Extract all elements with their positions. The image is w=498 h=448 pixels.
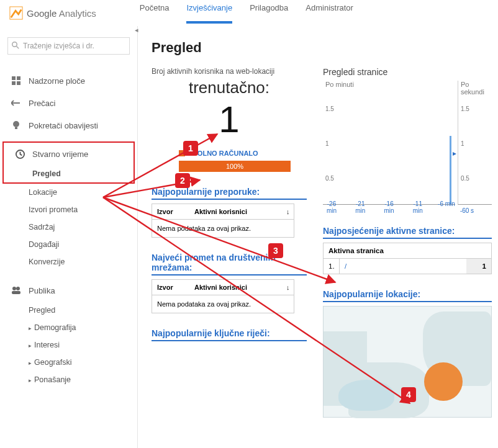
sidebar-item-audience[interactable]: Publika [0, 279, 137, 302]
bulb-icon [11, 120, 21, 130]
people-icon [11, 285, 21, 295]
sidebar-sub-events[interactable]: Događaji [29, 236, 137, 253]
active-now-value: 1 [152, 101, 307, 138]
logo: Google Analytics [9, 6, 96, 20]
panel-referrals-title: Najpopularnije preporuke: [152, 187, 307, 200]
top-nav: Početna Izvješćivanje Prilagodba Adminis… [140, 3, 353, 24]
pageviews-title: Pregledi stranice [323, 67, 492, 77]
ytick: 1 [325, 140, 329, 147]
sidebar-sub-content[interactable]: Sadržaj [29, 218, 137, 236]
col-source[interactable]: Izvor [152, 204, 189, 219]
sidebar-sub-interests[interactable]: Interesi [29, 336, 137, 354]
nav-customize[interactable]: Prilagodba [250, 3, 288, 24]
x-labels: -26 min -21 min -16 min -11 min -6 min [323, 200, 455, 214]
sidebar-item-dashboards[interactable]: Nadzorne ploče [0, 69, 137, 92]
row-path[interactable]: / [340, 259, 466, 274]
active-now-word: trenutačno: [152, 78, 307, 97]
svg-rect-5 [12, 81, 16, 85]
sidebar-sub-aud-overview[interactable]: Pregled [29, 302, 137, 319]
sidebar-sub-locations[interactable]: Lokacije [29, 184, 137, 201]
col-right: Pregledi stranice Po minuti 1.5 1 0.5 ▸ … [323, 67, 492, 418]
sidebar-sub-conversions[interactable]: Konverzije [29, 253, 137, 271]
col-users[interactable]: Aktivni korisnici [189, 204, 281, 219]
sidebar-item-realtime[interactable]: Stvarno vrijeme [4, 143, 134, 165]
svg-line-2 [17, 46, 19, 48]
ytick: 1 [461, 140, 464, 147]
shortcut-icon [11, 98, 21, 108]
chart-min-caption: Po minuti [325, 81, 354, 88]
col-left: Broj aktivnih korisnika na web-lokaciji … [152, 67, 307, 418]
svg-point-1 [12, 42, 17, 47]
ytick: 1.5 [325, 105, 334, 112]
chart-per-minute[interactable]: Po minuti 1.5 1 0.5 ▸ -26 min -21 min -1… [323, 81, 455, 205]
sort-desc-icon[interactable]: ↓ [281, 204, 294, 219]
device-percent-bar: 100% [179, 161, 291, 172]
annotation-badge-2: 2 [175, 173, 190, 188]
sidebar: ◂ Traženje izvješća i dr. Nadzorne ploče… [0, 26, 138, 448]
active-users-caption: Broj aktivnih korisnika na web-lokaciji [152, 67, 307, 76]
col-source[interactable]: Izvor [152, 280, 189, 295]
annotation-badge-3: 3 [268, 243, 283, 258]
x-labels: -60 s [458, 207, 492, 214]
sidebar-item-label: Publika [29, 286, 55, 295]
sidebar-group-realtime-highlight: Stvarno vrijeme Pregled [2, 141, 135, 184]
sidebar-item-label: Prečaci [29, 99, 55, 108]
chart-per-second[interactable]: Po sekundi 1.5 1 0.5 -60 s [458, 81, 492, 205]
svg-rect-9 [15, 127, 17, 129]
sidebar-collapse-handle[interactable]: ◂ [135, 26, 141, 36]
dashboard-icon [11, 76, 21, 86]
sidebar-sub-overview[interactable]: Pregled [32, 165, 134, 182]
sidebar-sub-demographics[interactable]: Demografija [29, 319, 137, 336]
main-content: Pregled Broj aktivnih korisnika na web-l… [138, 26, 498, 448]
map-location-dot[interactable] [424, 362, 463, 401]
ytick: 0.5 [325, 175, 334, 182]
bar-last-minute [450, 136, 451, 204]
sidebar-item-label: Nadzorne ploče [29, 76, 85, 86]
sidebar-item-alerts[interactable]: Pokretači obavijesti [0, 114, 137, 137]
logo-text: Google Analytics [27, 8, 96, 19]
search-input[interactable]: Traženje izvješća i dr. [7, 37, 130, 55]
table-row[interactable]: 1. / 1 [324, 259, 491, 274]
panel-locations-title: Najpopularnije lokacije: [323, 289, 492, 302]
sidebar-item-label: Pokretači obavijesti [29, 121, 98, 130]
nav-admin[interactable]: Administrator [306, 3, 353, 24]
sidebar-sub-traffic[interactable]: Izvori prometa [29, 201, 137, 218]
row-value: 1 [466, 259, 491, 274]
ytick: 1.5 [461, 105, 469, 112]
sidebar-sub-behavior[interactable]: Ponašanje [29, 371, 137, 388]
table-nodata: Nema podataka za ovaj prikaz. [152, 295, 294, 313]
chart-sec-caption: Po sekundi [461, 81, 492, 96]
search-icon [12, 42, 19, 51]
annotation-badge-4: 4 [401, 387, 416, 402]
svg-point-8 [13, 121, 19, 127]
sidebar-item-label: Stvarno vrijeme [32, 150, 88, 159]
panel-keywords-title: Najpopularnije ključne riječi: [152, 328, 307, 341]
nav-reporting[interactable]: Izvješćivanje [186, 3, 232, 24]
nav-home[interactable]: Početna [140, 3, 170, 24]
svg-point-12 [16, 287, 20, 290]
svg-point-11 [12, 287, 16, 290]
chart-next-icon[interactable]: ▸ [453, 149, 456, 158]
ytick: 0.5 [461, 175, 469, 182]
analytics-logo-icon [9, 6, 23, 20]
svg-rect-3 [12, 76, 16, 80]
panel-active-pages-title: Najposjećenije aktivne stranice: [323, 226, 492, 239]
col-active-page[interactable]: Aktivna stranica [324, 243, 491, 259]
page-title: Pregled [152, 40, 492, 56]
search-placeholder: Traženje izvješća i dr. [23, 42, 94, 50]
col-users[interactable]: Aktivni korisnici [189, 280, 281, 295]
panel-social-title: Najveći promet na društvenim mrežama: [152, 253, 307, 276]
device-label: STOLNO RAČUNALO [189, 150, 258, 157]
svg-rect-4 [17, 76, 20, 80]
table-social: Izvor Aktivni korisnici ↓ Nema podataka … [152, 279, 294, 313]
table-nodata: Nema podataka za ovaj prikaz. [152, 220, 294, 237]
annotation-badge-1: 1 [183, 141, 198, 156]
sidebar-item-shortcuts[interactable]: Prečaci [0, 92, 137, 114]
table-active-pages: Aktivna stranica 1. / 1 [323, 243, 492, 274]
app-header: Google Analytics Početna Izvješćivanje P… [0, 0, 498, 26]
sidebar-sub-geographic[interactable]: Geografski [29, 354, 137, 371]
svg-rect-6 [17, 81, 20, 85]
sort-desc-icon[interactable]: ↓ [281, 280, 294, 295]
map-sea [338, 380, 394, 411]
table-referrals: Izvor Aktivni korisnici ↓ Nema podataka … [152, 204, 294, 238]
